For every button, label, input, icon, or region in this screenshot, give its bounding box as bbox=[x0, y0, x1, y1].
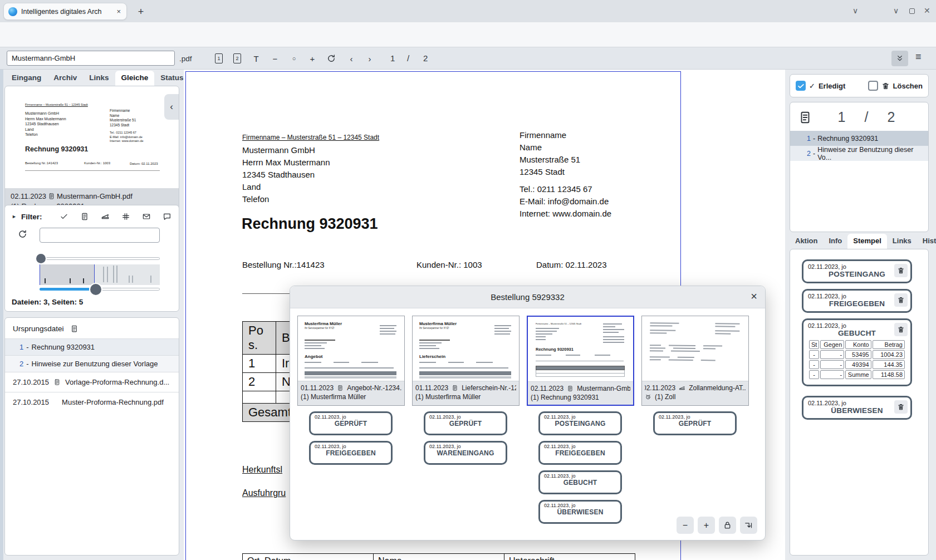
tab-historie[interactable]: Historie bbox=[917, 234, 936, 249]
booking-row: - - Summe 1148.58 bbox=[809, 370, 905, 379]
linked-doc-caption-selected[interactable]: 02.11.2023 Mustermann-Gmb... (1) Rechnun… bbox=[528, 381, 633, 406]
thumbnail-preview bbox=[641, 316, 748, 381]
stamp-freigegeben[interactable]: 02.11.2023, jo FREIGEGEBEN bbox=[538, 441, 622, 465]
window-close-icon[interactable]: ✕ bbox=[924, 6, 930, 15]
linked-doc-card-selected[interactable]: Firmenname – Musterstraße 51 – 12345 Sta… bbox=[527, 316, 634, 406]
stamp-geprueft[interactable]: 02.11.2023, jo GEPRÜFT bbox=[309, 411, 393, 435]
linked-doc-card[interactable]: 02.11.2023 Zollanmeldung-AT... (1) Zoll bbox=[641, 316, 749, 406]
stamp-ueberwiesen[interactable]: 02.11.2023, jo ÜBERWIESEN bbox=[538, 500, 622, 524]
filter-input[interactable] bbox=[40, 228, 160, 243]
scanner-filter-icon[interactable] bbox=[101, 212, 110, 221]
tab-aktion[interactable]: Aktion bbox=[790, 234, 823, 249]
page-select-slider-fill bbox=[40, 288, 95, 291]
browser-tab[interactable]: Intelligentes digitales Arch × bbox=[3, 3, 127, 20]
zoom-out-button[interactable]: − bbox=[677, 517, 694, 534]
check-filter-icon[interactable] bbox=[60, 212, 68, 221]
origin-page-row-2[interactable]: 2 - Hinweise zur Benutzung dieser Vorlag… bbox=[5, 355, 179, 372]
tab-links[interactable]: Links bbox=[887, 234, 917, 249]
text-tool-icon[interactable]: T bbox=[248, 51, 264, 66]
document-icon bbox=[48, 193, 55, 200]
new-tab-button[interactable]: + bbox=[134, 4, 148, 19]
mail-filter-icon[interactable] bbox=[142, 212, 151, 221]
comment-filter-icon[interactable] bbox=[163, 212, 171, 221]
page-histogram[interactable] bbox=[40, 264, 160, 285]
stamp-gebucht[interactable]: 02.11.2023, jo GEBUCHT St Gegen Konto Be… bbox=[802, 318, 912, 386]
page-current: 1 bbox=[390, 53, 395, 63]
refresh-filter-icon[interactable] bbox=[17, 229, 28, 239]
zoom-in-icon[interactable]: + bbox=[305, 51, 320, 66]
tab-info[interactable]: Info bbox=[823, 234, 847, 249]
zoom-in-button[interactable]: + bbox=[698, 517, 715, 534]
document-icon bbox=[70, 325, 79, 333]
origin-file-row-2[interactable]: 27.10.2015 Muster-Proforma-Rechnung.pdf bbox=[5, 392, 179, 412]
pdf-menu-icon[interactable]: ≡ bbox=[915, 51, 922, 63]
preview-lines bbox=[494, 325, 511, 336]
page-range-slider-track[interactable] bbox=[40, 257, 160, 260]
range-start-handle[interactable] bbox=[36, 254, 46, 263]
page-layout-1-icon[interactable]: 1 bbox=[211, 51, 227, 66]
tab-archiv[interactable]: Archiv bbox=[47, 71, 83, 86]
zoom-out-icon[interactable]: − bbox=[267, 51, 283, 66]
stamp-gebucht[interactable]: 02.11.2023, jo GEBUCHT bbox=[538, 470, 622, 494]
filter-expand-icon[interactable]: ► bbox=[12, 214, 17, 219]
assign-icon[interactable] bbox=[740, 517, 757, 534]
stamp-ueberwiesen[interactable]: 02.11.2023, jo ÜBERWIESEN bbox=[802, 396, 912, 420]
page-row-2[interactable]: 2 - Hinweise zur Benutzung dieser Vo... bbox=[790, 146, 928, 161]
stamp-posteingang[interactable]: 02.11.2023, jo POSTEINGANG bbox=[538, 411, 622, 435]
delete-checkbox[interactable] bbox=[868, 81, 878, 91]
stamp-freigegeben[interactable]: 02.11.2023, jo FREIGEGEBEN bbox=[309, 441, 393, 465]
prev-page-icon[interactable]: ‹ bbox=[344, 51, 359, 66]
preview-divider bbox=[25, 170, 160, 171]
filter-panel: ► Filter: bbox=[4, 205, 179, 312]
tab-eingang[interactable]: Eingang bbox=[6, 71, 47, 86]
delete-stamp-icon[interactable] bbox=[894, 400, 908, 414]
range-end-handle[interactable] bbox=[90, 284, 101, 295]
stamp-freigegeben[interactable]: 02.11.2023, jo FREIGEGEBEN bbox=[802, 289, 912, 313]
delete-stamp-icon[interactable] bbox=[894, 293, 908, 307]
filename-input[interactable] bbox=[7, 51, 175, 66]
window-minimize-icon[interactable]: ∨ bbox=[893, 6, 899, 15]
application-window: Intelligentes digitales Arch × + ∨ ∨ ✕ h… bbox=[0, 0, 936, 560]
double-chevron-down-icon[interactable] bbox=[891, 51, 908, 66]
page-separator: / bbox=[407, 53, 409, 63]
dialog-header[interactable]: Bestellung 5929332 × bbox=[290, 286, 765, 308]
stamp-wareneingang[interactable]: 02.11.2023, jo WARENEINGANG bbox=[424, 441, 507, 465]
page-layout-2-icon[interactable]: 2 bbox=[229, 51, 245, 66]
linked-doc-caption[interactable]: 02.11.2023 Zollanmeldung-AT... (1) Zoll bbox=[642, 381, 748, 406]
stamp-geprueft[interactable]: 02.11.2023, jo GEPRÜFT bbox=[653, 411, 737, 435]
grid-filter-icon[interactable] bbox=[121, 212, 130, 221]
file-extension-label: .pdf bbox=[179, 55, 192, 63]
window-maximize-icon[interactable] bbox=[909, 8, 915, 14]
lock-icon[interactable] bbox=[719, 517, 736, 534]
linked-doc-caption[interactable]: 01.11.2023 Lieferschein-Nr.-12... (1) Mu… bbox=[413, 381, 519, 406]
origin-file-row-1[interactable]: 27.10.2015 Vorlage-Proforma-Rechnung.d..… bbox=[5, 372, 179, 392]
document-filter-icon[interactable] bbox=[80, 212, 89, 221]
linked-doc-card[interactable]: Musterfirma Müller Ihr Servicepartner fü… bbox=[412, 316, 520, 406]
pdf-toolbar: .pdf 1 2 T − ○ + ‹ › 1 / 2 ≡ bbox=[0, 47, 936, 70]
done-checkbox[interactable] bbox=[796, 81, 806, 91]
site-favicon bbox=[8, 7, 17, 16]
delete-stamp-icon[interactable] bbox=[894, 323, 908, 336]
tab-close-icon[interactable]: × bbox=[115, 7, 122, 16]
preview-contact: Tel.: 0211 12345 67 E-Mail: info@domain.… bbox=[110, 131, 144, 144]
zoom-reset-icon[interactable]: ○ bbox=[286, 51, 302, 66]
origin-page-row-1[interactable]: 1 - Rechnung 9320931 bbox=[5, 338, 179, 355]
close-icon[interactable]: × bbox=[751, 290, 757, 303]
document-thumbnail[interactable]: Firmenname – Musterstraße 51 – 12345 Sta… bbox=[5, 86, 179, 173]
tab-title: Intelligentes digitales Arch bbox=[21, 8, 111, 16]
page-row-1[interactable]: 1 - Rechnung 9320931 bbox=[790, 131, 928, 146]
delete-stamp-icon[interactable] bbox=[894, 264, 908, 277]
stamp-posteingang[interactable]: 02.11.2023, jo POSTEINGANG bbox=[802, 259, 912, 283]
linked-doc-card[interactable]: Musterfirma Müller Ihr Servicepartner fü… bbox=[297, 316, 405, 406]
tab-gleiche[interactable]: Gleiche bbox=[115, 71, 155, 86]
rotate-icon[interactable] bbox=[324, 51, 339, 66]
linked-doc-caption[interactable]: 01.11.2023 Angebot-Nr.-1234.pdf (1) Must… bbox=[298, 381, 404, 406]
document-icon bbox=[53, 379, 61, 386]
collapse-panel-icon[interactable]: ‹ bbox=[164, 94, 179, 120]
preview-sender-line: Firmenname – Musterstraße 51 – 12345 Sta… bbox=[25, 103, 88, 106]
tab-stempel[interactable]: Stempel bbox=[847, 234, 887, 249]
next-page-icon[interactable]: › bbox=[362, 51, 378, 66]
stamp-geprueft[interactable]: 02.11.2023, jo GEPRÜFT bbox=[424, 411, 507, 435]
tab-links[interactable]: Links bbox=[83, 71, 115, 86]
list-tabs-icon[interactable]: ∨ bbox=[852, 6, 858, 15]
